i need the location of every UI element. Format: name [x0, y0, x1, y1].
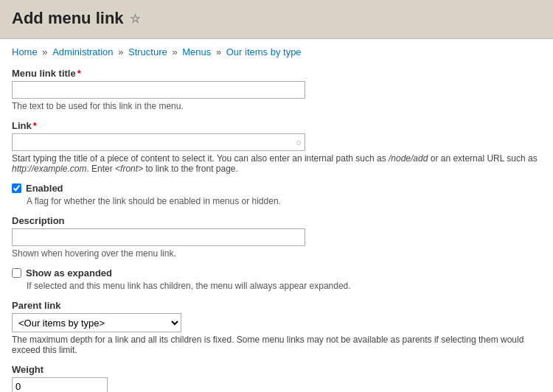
weight-section: Weight Link weight among links in the sa… [12, 364, 541, 392]
breadcrumb-sep-2: » [118, 46, 126, 57]
parent-link-section: Parent link <Our items by type> The maxi… [12, 300, 541, 355]
breadcrumb-structure[interactable]: Structure [128, 46, 167, 57]
required-star-link: * [33, 120, 37, 131]
description-label: Description [12, 215, 541, 226]
menu-link-title-input[interactable] [12, 81, 305, 99]
description-input[interactable] [12, 228, 305, 246]
breadcrumb-administration[interactable]: Administration [52, 46, 113, 57]
weight-label-text: Weight [12, 364, 44, 375]
link-label: Link * [12, 120, 541, 131]
link-desc-front: <front> [115, 164, 143, 174]
page-title: Add menu link ☆ [12, 9, 541, 28]
link-desc-path: /node/add [389, 153, 428, 164]
weight-input[interactable] [12, 377, 108, 392]
link-input[interactable] [12, 133, 305, 151]
link-desc-url: http://example.com [12, 164, 86, 174]
menu-link-title-description: The text to be used for this link in the… [12, 101, 541, 111]
breadcrumb-home[interactable]: Home [12, 46, 38, 57]
breadcrumb-sep-1: » [42, 46, 50, 57]
star-icon[interactable]: ☆ [130, 12, 140, 26]
link-label-text: Link [12, 120, 32, 131]
breadcrumb: Home » Administration » Structure » Menu… [12, 46, 541, 57]
breadcrumb-menus[interactable]: Menus [182, 46, 211, 57]
parent-link-label-text: Parent link [12, 300, 60, 311]
parent-link-label: Parent link [12, 300, 541, 311]
link-description: Start typing the title of a piece of con… [12, 153, 541, 174]
enabled-description: A flag for whether the link should be en… [27, 196, 541, 206]
link-desc-part1: Start typing the title of a piece of con… [12, 153, 389, 164]
breadcrumb-sep-4: » [216, 46, 224, 57]
breadcrumb-sep-3: » [172, 46, 180, 57]
description-label-text: Description [12, 215, 65, 226]
show-expanded-row: Show as expanded [12, 267, 541, 279]
show-as-expanded-section: Show as expanded If selected and this me… [12, 267, 541, 291]
parent-link-select[interactable]: <Our items by type> [12, 313, 181, 332]
link-search-icon: ○ [296, 137, 302, 148]
enabled-label: Enabled [26, 183, 63, 194]
enabled-checkbox[interactable] [12, 183, 21, 193]
link-desc-part4: to link to the front page. [143, 164, 238, 174]
link-desc-part3: . Enter [86, 164, 115, 174]
weight-label: Weight [12, 364, 541, 375]
required-star-title: * [77, 68, 81, 79]
show-expanded-label: Show as expanded [26, 267, 112, 279]
menu-link-title-label: Menu link title * [12, 68, 541, 79]
show-expanded-description: If selected and this menu link has child… [27, 281, 541, 291]
page-title-text: Add menu link [12, 9, 124, 28]
menu-link-title-section: Menu link title * The text to be used fo… [12, 68, 541, 111]
link-input-wrapper: ○ [12, 133, 305, 151]
link-desc-part2: or an external URL such as [428, 153, 537, 164]
menu-link-title-label-text: Menu link title [12, 68, 76, 79]
enabled-section: Enabled A flag for whether the link shou… [12, 183, 541, 206]
description-section: Description Shown when hovering over the… [12, 215, 541, 259]
breadcrumb-our-items[interactable]: Our items by type [226, 46, 302, 57]
parent-link-note: The maximum depth for a link and all its… [12, 335, 541, 355]
show-expanded-checkbox[interactable] [12, 268, 21, 278]
enabled-checkbox-row: Enabled [12, 183, 541, 194]
content-area: Home » Administration » Structure » Menu… [0, 39, 553, 392]
description-help: Shown when hovering over the menu link. [12, 248, 541, 259]
link-section: Link * ○ Start typing the title of a pie… [12, 120, 541, 174]
page-header: Add menu link ☆ [0, 0, 553, 39]
